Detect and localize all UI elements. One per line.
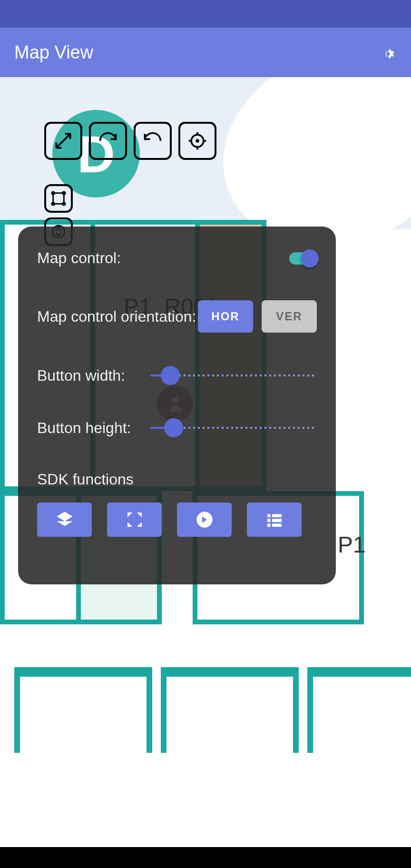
map-controls-row	[44, 122, 216, 160]
slider-thumb[interactable]	[161, 366, 180, 385]
svg-rect-10	[267, 514, 271, 517]
room-row	[14, 667, 411, 753]
list-icon	[265, 510, 284, 529]
orientation-hor-button[interactable]: HOR	[198, 300, 253, 333]
orientation-row: Map control orientation: HOR VER	[37, 300, 317, 333]
layers-icon	[55, 510, 74, 529]
map-control-label: Map control:	[37, 249, 121, 267]
sdk-fullscreen-button[interactable]	[107, 503, 162, 537]
forward-icon	[195, 510, 214, 529]
svg-point-4	[63, 192, 66, 195]
settings-button[interactable]	[376, 42, 397, 63]
button-height-row: Button height:	[37, 418, 317, 437]
room-box	[307, 667, 411, 753]
button-width-row: Button width:	[37, 366, 317, 385]
fullscreen-icon	[125, 510, 144, 529]
svg-rect-14	[267, 523, 271, 527]
status-bar	[0, 0, 411, 28]
rotate-cw-icon	[98, 130, 118, 151]
orientation-ver-button[interactable]: VER	[262, 300, 317, 333]
settings-panel: Map control: Map control orientation: HO…	[18, 227, 336, 584]
sdk-forward-button[interactable]	[177, 503, 232, 537]
sdk-functions-label: SDK functions	[37, 471, 317, 488]
rotate-cw-button[interactable]	[89, 122, 127, 160]
svg-rect-11	[272, 514, 282, 517]
shape-icon	[50, 190, 67, 207]
svg-rect-15	[272, 523, 282, 527]
orientation-buttons: HOR VER	[198, 300, 317, 333]
button-height-slider[interactable]	[150, 418, 317, 437]
app-bar: Map View	[0, 28, 411, 77]
svg-rect-13	[272, 519, 282, 522]
room-box	[161, 667, 299, 753]
room-box	[14, 667, 152, 753]
shape-button[interactable]	[44, 184, 73, 213]
map-control-row: Map control:	[37, 249, 317, 267]
center-icon	[187, 130, 208, 151]
expand-icon	[53, 130, 74, 151]
expand-button[interactable]	[44, 122, 82, 160]
button-width-slider[interactable]	[150, 366, 317, 385]
sdk-list-button[interactable]	[247, 503, 302, 537]
gear-icon	[377, 43, 396, 62]
svg-point-6	[63, 203, 66, 206]
nav-bar	[0, 847, 411, 868]
svg-point-5	[52, 203, 55, 206]
page-title: Map View	[14, 42, 93, 63]
svg-rect-2	[53, 193, 64, 204]
button-height-label: Button height:	[37, 419, 131, 437]
sdk-buttons-row	[37, 503, 317, 537]
sdk-layers-button[interactable]	[37, 503, 92, 537]
map-control-toggle[interactable]	[289, 252, 317, 265]
button-width-label: Button width:	[37, 367, 125, 385]
center-button[interactable]	[178, 122, 216, 160]
room-label: P1	[338, 532, 366, 558]
orientation-label: Map control orientation:	[37, 308, 196, 326]
svg-point-1	[196, 140, 198, 142]
svg-point-3	[52, 192, 55, 195]
slider-thumb[interactable]	[164, 418, 183, 437]
rotate-ccw-button[interactable]	[134, 122, 172, 160]
rotate-ccw-icon	[142, 130, 163, 151]
svg-rect-12	[267, 519, 271, 522]
